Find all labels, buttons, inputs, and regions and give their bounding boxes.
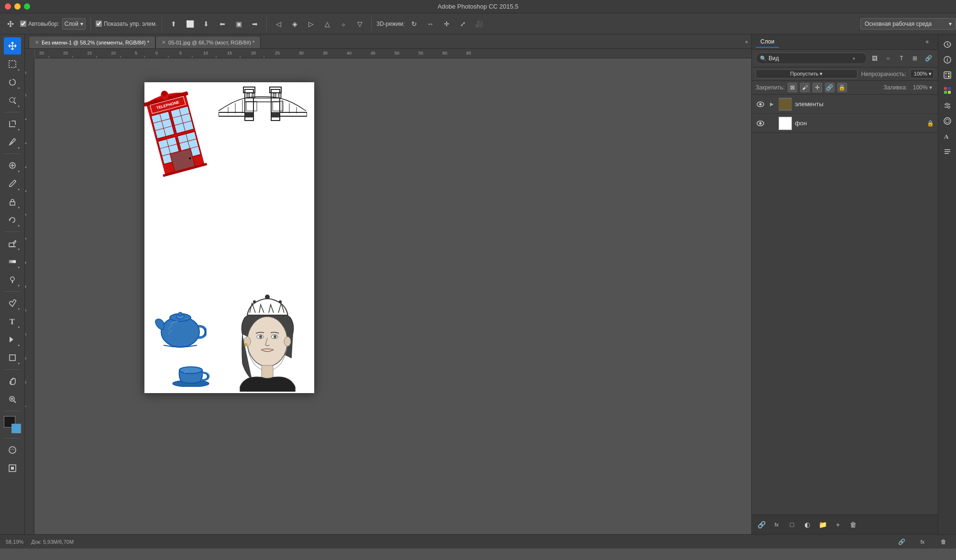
- blend-mode-dropdown[interactable]: Пропустить ▾: [756, 69, 857, 78]
- screen-mode-btn[interactable]: [4, 460, 21, 477]
- lock-all-btn[interactable]: 🔗: [825, 83, 835, 92]
- status-trash-btn[interactable]: 🗑: [937, 535, 950, 549]
- pen-tool[interactable]: ▸: [4, 295, 21, 312]
- layer-fx-btn[interactable]: fx: [770, 518, 783, 531]
- text-tool[interactable]: T ▸: [4, 313, 21, 330]
- tab-0[interactable]: ✕ Без имени-1 @ 58,2% (элементы, RGB/8#)…: [29, 36, 155, 48]
- align-bottom-btn[interactable]: ⬇: [199, 17, 213, 31]
- workspace-dropdown[interactable]: Основная рабочая среда ▾: [860, 18, 956, 30]
- lock-pixels-btn[interactable]: 🖌: [800, 83, 810, 92]
- svg-rect-0: [9, 61, 16, 67]
- background-color[interactable]: [11, 424, 21, 433]
- status-link-btn[interactable]: 🔗: [895, 535, 908, 549]
- layer-mask-btn[interactable]: ○: [882, 53, 894, 64]
- layer-visibility-0[interactable]: [756, 99, 765, 109]
- 3d-scale-btn[interactable]: ⤢: [456, 17, 470, 31]
- eraser-tool[interactable]: ▸: [4, 235, 21, 252]
- color-btn[interactable]: [940, 68, 955, 82]
- layer-adjustment-bottom-btn[interactable]: ◐: [801, 518, 814, 531]
- distrib-bottom-btn[interactable]: ▽: [353, 17, 366, 31]
- 3d-pan-btn[interactable]: ↔: [424, 17, 437, 31]
- layer-folder-btn[interactable]: 📁: [816, 518, 829, 531]
- minimize-button[interactable]: [14, 3, 21, 10]
- distrib-left-btn[interactable]: ◁: [272, 17, 285, 31]
- align-vert-center-btn[interactable]: ⬜: [183, 17, 197, 31]
- adjustments-btn[interactable]: [940, 99, 955, 113]
- stamp-tool[interactable]: ▸: [4, 193, 21, 210]
- lock-position-btn[interactable]: ✛: [813, 83, 822, 92]
- quick-select-tool[interactable]: ▸: [4, 92, 21, 109]
- layer-link-btn[interactable]: 🔗: [923, 53, 934, 64]
- marquee-tool[interactable]: ▸: [4, 55, 21, 73]
- path-select-tool[interactable]: ▸: [4, 331, 21, 348]
- fill-value[interactable]: 100% ▾: [910, 83, 934, 92]
- canvas-viewport[interactable]: 25 20 15 10 5 0 5 10 15 20 25 30 35 40 4…: [25, 49, 751, 534]
- autoselect-checkbox[interactable]: [20, 21, 26, 27]
- panel-menu-btn[interactable]: ≡: [921, 35, 934, 49]
- show-transform-checkbox[interactable]: [96, 21, 102, 27]
- shape-tool[interactable]: ▸: [4, 349, 21, 366]
- distrib-top-btn[interactable]: △: [320, 17, 334, 31]
- layer-expand-0[interactable]: ▶: [768, 100, 776, 108]
- dodge-tool[interactable]: ▸: [4, 271, 21, 288]
- lock-artboard-btn[interactable]: 🔒: [837, 83, 847, 92]
- crop-tool[interactable]: ▸: [4, 115, 21, 132]
- tabs-overflow-btn[interactable]: »: [742, 35, 751, 48]
- layer-link-bottom-btn[interactable]: 🔗: [755, 518, 768, 531]
- layers-panel-tab[interactable]: Слои: [756, 36, 779, 48]
- align-horiz-center-btn[interactable]: ▣: [232, 17, 245, 31]
- distrib-right-btn[interactable]: ▷: [304, 17, 318, 31]
- paragraph-btn[interactable]: [940, 144, 955, 159]
- move-tool-btn[interactable]: [4, 17, 17, 31]
- history-btn[interactable]: [940, 37, 955, 52]
- eyedropper-tool[interactable]: ▸: [4, 133, 21, 151]
- svg-rect-14: [10, 355, 15, 361]
- 3d-rotate-btn[interactable]: ↻: [407, 17, 421, 31]
- new-layer-btn[interactable]: +: [831, 518, 845, 531]
- tool-separator: [5, 112, 20, 112]
- far-right-toolbar: i: [938, 34, 956, 534]
- distrib-center-btn[interactable]: ◈: [288, 17, 301, 31]
- maximize-button[interactable]: [24, 3, 30, 10]
- heal-tool[interactable]: ▸: [4, 157, 21, 174]
- svg-text:4: 4: [25, 285, 27, 288]
- lock-transparent-btn[interactable]: ⊠: [788, 83, 797, 92]
- close-button[interactable]: [5, 3, 11, 10]
- quick-mask-btn[interactable]: [4, 441, 21, 459]
- autoselect-dropdown[interactable]: Слой ▾: [62, 18, 86, 30]
- brush-tool[interactable]: ▸: [4, 175, 21, 192]
- tab-close-0[interactable]: ✕: [35, 40, 39, 45]
- gradient-tool[interactable]: ▸: [4, 253, 21, 270]
- info-btn[interactable]: i: [940, 53, 955, 67]
- layers-search[interactable]: 🔍 Вид ▾: [756, 53, 867, 64]
- layer-visibility-1[interactable]: [756, 119, 765, 128]
- svg-text:50: 50: [395, 51, 399, 55]
- adjustment-layer-btn[interactable]: ⊞: [909, 53, 921, 64]
- tab-1[interactable]: ✕ 05-01.jpg @ 66,7% (мост, RGB/8#) *: [155, 36, 261, 48]
- hand-tool[interactable]: [4, 373, 21, 390]
- move-tool[interactable]: [4, 37, 21, 55]
- font-btn[interactable]: A: [940, 129, 955, 143]
- layer-item-0[interactable]: ▶ элементы: [752, 95, 938, 114]
- layer-item-1[interactable]: фон 🔒: [752, 114, 938, 133]
- styles-btn[interactable]: [940, 114, 955, 128]
- align-left-btn[interactable]: ⬅: [216, 17, 229, 31]
- history-brush-tool[interactable]: ▸: [4, 211, 21, 229]
- align-right-btn[interactable]: ➡: [248, 17, 262, 31]
- layer-mask-bottom-btn[interactable]: □: [785, 518, 799, 531]
- opacity-value[interactable]: 100% ▾: [910, 69, 934, 78]
- swatches-btn[interactable]: [940, 83, 955, 98]
- window-controls: [5, 3, 30, 10]
- zoom-tool[interactable]: [4, 391, 21, 408]
- 3d-move-btn[interactable]: ✛: [440, 17, 453, 31]
- tab-close-1[interactable]: ✕: [162, 40, 165, 45]
- color-swatches[interactable]: [4, 416, 21, 433]
- distrib-vert-btn[interactable]: ⬦: [337, 17, 350, 31]
- status-fx-btn[interactable]: fx: [916, 535, 929, 549]
- 3d-camera-btn[interactable]: 🎥: [473, 17, 486, 31]
- new-layer-from-image-btn[interactable]: 🖼: [869, 53, 880, 64]
- lasso-tool[interactable]: ▸: [4, 74, 21, 91]
- delete-layer-btn[interactable]: 🗑: [846, 518, 860, 531]
- align-top-btn[interactable]: ⬆: [167, 17, 180, 31]
- text-layer-btn[interactable]: T: [896, 53, 907, 64]
